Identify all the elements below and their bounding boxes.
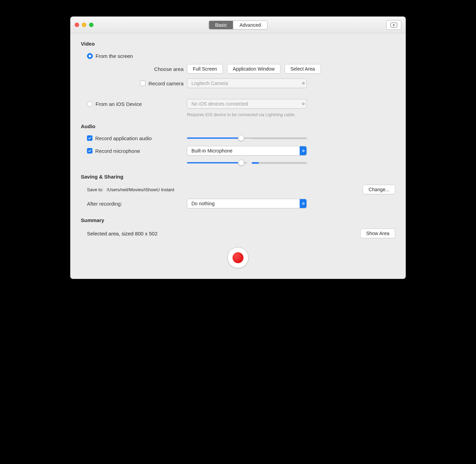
record-mic-label: Record microphone bbox=[95, 148, 140, 154]
ios-device-popup-value: No iOS devices connected bbox=[191, 101, 248, 107]
radio-from-screen-label: From the screen bbox=[96, 53, 133, 59]
choose-area-label: Choose area bbox=[154, 66, 184, 72]
select-area-button[interactable]: Select Area bbox=[285, 64, 321, 74]
full-screen-button[interactable]: Full Screen bbox=[187, 64, 223, 74]
app-window: Basic Advanced Video From the screen Cho… bbox=[70, 16, 406, 279]
from-ios-row: From an iOS Device No iOS devices connec… bbox=[81, 97, 395, 111]
zoom-icon[interactable] bbox=[89, 23, 93, 27]
save-to-label: Save to: bbox=[87, 187, 103, 192]
camera-popup[interactable]: Logitech Camera bbox=[187, 78, 307, 88]
change-save-button[interactable]: Change... bbox=[363, 185, 395, 194]
minimize-icon[interactable] bbox=[82, 23, 86, 27]
mic-slider[interactable] bbox=[187, 159, 307, 166]
traffic-lights bbox=[75, 23, 93, 27]
record-wrap bbox=[81, 238, 395, 268]
chevron-updown-icon bbox=[300, 99, 306, 108]
close-icon[interactable] bbox=[75, 23, 79, 27]
record-app-audio-label: Record application audio bbox=[95, 135, 152, 141]
application-window-button[interactable]: Application Window bbox=[227, 64, 280, 74]
radio-from-screen[interactable] bbox=[87, 53, 93, 59]
radio-from-ios-label: From an iOS Device bbox=[96, 101, 142, 107]
record-camera-checkbox[interactable] bbox=[140, 81, 146, 86]
record-mic-checkbox[interactable] bbox=[87, 148, 92, 154]
section-heading-video: Video bbox=[81, 41, 395, 47]
record-button[interactable] bbox=[227, 247, 249, 268]
record-app-audio-checkbox[interactable] bbox=[87, 135, 92, 141]
titlebar: Basic Advanced bbox=[71, 17, 405, 33]
section-heading-saving: Saving & Sharing bbox=[81, 174, 395, 180]
after-recording-value: Do nothing bbox=[191, 201, 215, 206]
record-icon bbox=[233, 252, 243, 263]
chevron-updown-icon bbox=[300, 199, 306, 208]
show-area-button[interactable]: Show Area bbox=[360, 229, 395, 238]
mic-popup[interactable]: Built-in Microphone bbox=[187, 146, 307, 156]
section-heading-audio: Audio bbox=[81, 123, 395, 129]
record-app-audio-row: Record application audio bbox=[81, 133, 395, 144]
choose-area-row: Choose area Full Screen Application Wind… bbox=[81, 62, 395, 76]
after-recording-label: After recording: bbox=[87, 201, 122, 207]
mic-slider-row bbox=[81, 158, 395, 168]
play-icon bbox=[390, 23, 397, 27]
content: Video From the screen Choose area Full S… bbox=[71, 33, 405, 279]
save-to-path: /Users/neil/Movies/iShowU Instant bbox=[107, 187, 360, 192]
ios-device-popup[interactable]: No iOS devices connected bbox=[187, 99, 307, 109]
tab-switcher: Basic Advanced bbox=[209, 21, 267, 29]
playback-button[interactable] bbox=[386, 20, 401, 30]
chevron-updown-icon bbox=[300, 79, 306, 88]
tab-basic[interactable]: Basic bbox=[209, 21, 233, 29]
chevron-updown-icon bbox=[300, 146, 306, 155]
radio-from-screen-row: From the screen bbox=[81, 50, 395, 62]
after-recording-popup[interactable]: Do nothing bbox=[187, 199, 307, 208]
camera-popup-value: Logitech Camera bbox=[191, 81, 228, 86]
radio-from-ios[interactable] bbox=[87, 101, 93, 107]
record-mic-row: Record microphone Built-in Microphone bbox=[81, 144, 395, 158]
app-audio-slider[interactable] bbox=[187, 135, 307, 142]
summary-text: Selected area, sized 800 x 502 bbox=[87, 231, 158, 236]
mic-popup-value: Built-in Microphone bbox=[191, 148, 233, 154]
section-heading-summary: Summary bbox=[81, 217, 395, 223]
record-camera-label: Record camera bbox=[148, 81, 184, 86]
tab-advanced[interactable]: Advanced bbox=[233, 21, 267, 29]
record-camera-row: Record camera Logitech Camera bbox=[81, 76, 395, 90]
ios-hint: Requires iOS device to be connected via … bbox=[187, 112, 395, 117]
